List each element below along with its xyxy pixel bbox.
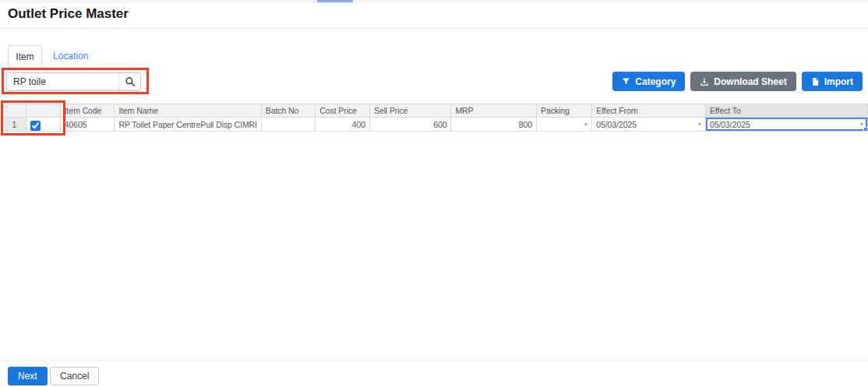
search-group [6, 72, 141, 91]
page-title: Outlet Price Master [8, 6, 129, 22]
page: Outlet Price Master Item Location Catego… [0, 0, 868, 387]
search-input[interactable] [7, 73, 118, 90]
cell-fill-handle[interactable] [863, 127, 868, 132]
header-batch-no: Batch No [261, 104, 316, 118]
top-progress-bar [317, 0, 353, 2]
item-name-cell[interactable]: RP Toilet Paper CentrePull Disp CIMRI [115, 118, 261, 132]
chevron-down-icon: ▼ [583, 118, 588, 131]
download-sheet-button-label: Download Sheet [714, 76, 786, 87]
download-sheet-button[interactable]: Download Sheet [690, 72, 796, 91]
mrp-cell[interactable]: 800 [451, 118, 537, 132]
effect-from-value: 05/03/2025 [596, 120, 637, 129]
cost-price-cell[interactable]: 400 [316, 118, 370, 132]
next-button[interactable]: Next [8, 367, 48, 385]
footer-divider [0, 360, 868, 361]
category-button[interactable]: Category [612, 72, 685, 91]
packing-cell[interactable]: ▼ [537, 118, 592, 132]
cancel-button[interactable]: Cancel [50, 367, 99, 385]
header-mrp: MRP [451, 104, 537, 118]
header-effect-to: Effect To [706, 104, 868, 118]
top-strip [0, 0, 868, 3]
row-select-cell [26, 118, 60, 132]
header-cost-price: Cost Price [316, 104, 370, 118]
sell-price-cell[interactable]: 600 [369, 118, 450, 132]
header-row-number [3, 104, 26, 118]
table-row: 1 40605 RP Toilet Paper CentrePull Disp … [3, 118, 868, 132]
price-table: Item Code Item Name Batch No Cost Price … [2, 104, 868, 132]
header-effect-from: Effect From [592, 104, 706, 118]
table-header-row: Item Code Item Name Batch No Cost Price … [3, 104, 868, 118]
search-icon [125, 76, 136, 87]
tab-item[interactable]: Item [8, 45, 42, 67]
header-sell-price: Sell Price [369, 104, 450, 118]
download-tray-icon [700, 77, 709, 86]
tab-location[interactable]: Location [42, 45, 99, 67]
batch-no-cell[interactable] [261, 118, 316, 132]
file-icon [811, 77, 820, 86]
effect-to-value: 05/03/2025 [710, 120, 750, 129]
effect-from-cell[interactable]: 05/03/2025 ▼ [592, 118, 706, 132]
item-code-cell[interactable]: 40605 [60, 118, 115, 132]
row-checkbox[interactable] [30, 121, 41, 131]
header-checkbox [26, 104, 60, 118]
import-button-label: Import [824, 76, 853, 87]
category-button-label: Category [635, 76, 676, 87]
header-item-code: Item Code [60, 104, 115, 118]
header-item-name: Item Name [115, 104, 261, 118]
header-packing: Packing [537, 104, 592, 118]
search-button[interactable] [118, 73, 140, 90]
chevron-down-icon: ▼ [697, 118, 702, 131]
header-divider [0, 28, 868, 29]
effect-to-cell[interactable]: 05/03/2025 ▼ [706, 118, 868, 132]
toolbar: Category Download Sheet Import [612, 72, 863, 91]
filter-funnel-icon [622, 77, 630, 86]
import-button[interactable]: Import [802, 72, 863, 91]
row-number-cell[interactable]: 1 [3, 118, 26, 132]
